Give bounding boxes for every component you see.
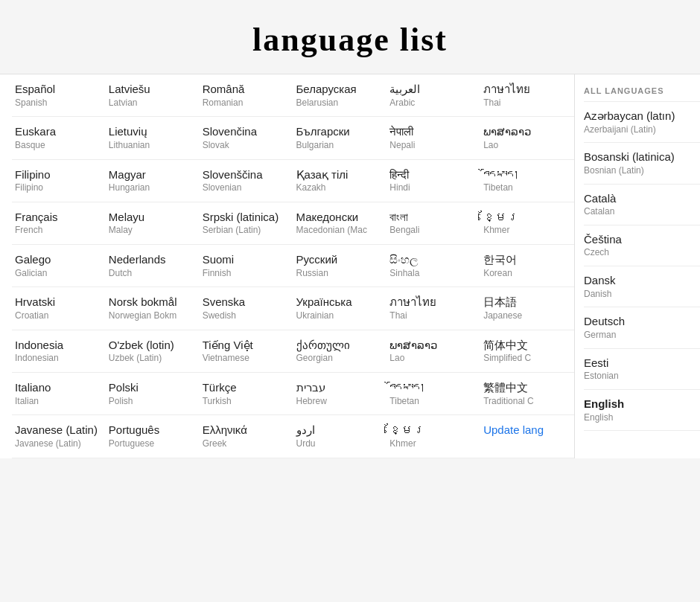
lang-english-name: Serbian (Latin) xyxy=(203,224,287,237)
lang-native-name: Български xyxy=(296,124,381,139)
lang-english-name: French xyxy=(15,224,100,237)
lang-english-name: Indonesian xyxy=(15,352,100,365)
lang-cell: SuomiFinnish xyxy=(200,245,293,287)
lang-native-name: Magyar xyxy=(109,167,194,182)
lang-native-name: Slovenčina xyxy=(203,124,287,139)
sidebar-lang-item[interactable]: DeutschGerman xyxy=(584,307,700,348)
lang-english-name: Russian xyxy=(296,267,381,280)
sidebar-lang-item[interactable]: ČeštinaCzech xyxy=(584,225,700,266)
lang-cell: ภาษาไทยThai xyxy=(386,287,480,330)
lang-english-name: Arabic xyxy=(389,97,474,109)
lang-cell: བོད་སྐད།Tibetan xyxy=(386,373,480,415)
sidebar-lang-name: Dansk xyxy=(584,273,700,288)
lang-cell[interactable]: Update lang xyxy=(480,415,574,458)
lang-cell: Srpski (latinica)Serbian (Latin) xyxy=(200,202,293,245)
lang-native-name: ภาษาไทย xyxy=(389,295,474,310)
lang-english-name: Japanese xyxy=(483,310,568,322)
lang-cell: TürkçeTurkish xyxy=(200,373,293,415)
lang-cell: اردوUrdu xyxy=(293,415,387,458)
lang-native-name: Français xyxy=(15,210,100,225)
sidebar-lang-sub: Catalan xyxy=(584,205,700,218)
lang-cell: LatviešuLatvian xyxy=(106,74,200,117)
lang-cell: ItalianoItalian xyxy=(12,373,106,415)
lang-cell: Қазақ тіліKazakh xyxy=(293,160,387,202)
lang-cell: SlovenčinaSlovak xyxy=(200,117,293,159)
lang-english-name: Greek xyxy=(203,438,287,450)
lang-native-name: Melayu xyxy=(109,210,194,225)
lang-cell: 繁體中文Traditional C xyxy=(480,373,574,415)
lang-native-name: ພາສາລາວ xyxy=(483,124,568,139)
lang-native-name: 日本語 xyxy=(483,295,568,310)
sidebar-header: ALL LANGUAGES xyxy=(584,80,700,102)
lang-native-name: Latviešu xyxy=(109,82,194,97)
lang-cell: IndonesiaIndonesian xyxy=(12,330,106,373)
lang-native-name: Polski xyxy=(109,380,194,395)
lang-english-name: Latvian xyxy=(109,97,194,109)
sidebar-lang-item[interactable]: CatalàCatalan xyxy=(584,185,700,225)
lang-english-name: Filipino xyxy=(15,182,100,194)
lang-native-name: Slovenščina xyxy=(203,167,287,182)
sidebar-lang-item[interactable]: Bosanski (latinica)Bosnian (Latin) xyxy=(584,143,700,184)
lang-native-name: Filipino xyxy=(15,167,100,182)
lang-native-name: Nederlands xyxy=(109,252,194,267)
page-title: language list xyxy=(0,0,700,74)
lang-native-name: Srpski (latinica) xyxy=(203,210,287,225)
lang-cell: PortuguêsPortuguese xyxy=(106,415,200,458)
sidebar-lang-sub: Bosnian (Latin) xyxy=(584,164,700,177)
lang-native-name[interactable]: Update lang xyxy=(483,423,568,438)
lang-native-name: Қазақ тілі xyxy=(296,167,381,182)
lang-english-name: Hindi xyxy=(389,182,474,194)
lang-english-name: Italian xyxy=(15,395,100,408)
lang-english-name: Thai xyxy=(389,310,474,322)
sidebar-lang-sub: Azerbaijani (Latin) xyxy=(584,124,700,136)
lang-english-name: Macedonian (Mac xyxy=(296,224,381,237)
lang-cell: සිංහලSinhala xyxy=(386,245,480,287)
lang-english-name: Tibetan xyxy=(483,182,568,194)
sidebar-lang-name: Azərbaycan (latın) xyxy=(584,109,700,124)
lang-cell: БългарскиBulgarian xyxy=(293,117,387,159)
lang-english-name: Vietnamese xyxy=(203,352,287,365)
sidebar-lang-item[interactable]: Azərbaycan (latın)Azerbaijani (Latin) xyxy=(584,102,700,143)
lang-english-name: Kazakh xyxy=(296,182,381,194)
lang-native-name: עברית xyxy=(296,380,381,395)
sidebar-lang-name: Català xyxy=(584,191,700,206)
lang-english-name: Bengali xyxy=(389,224,474,237)
sidebar-lang-name: Bosanski (latinica) xyxy=(584,150,700,164)
lang-cell: ພາສາລາວLao xyxy=(386,330,480,373)
lang-cell: 한국어Korean xyxy=(480,245,574,287)
lang-native-name: Македонски xyxy=(296,210,381,225)
lang-native-name: Norsk bokmål xyxy=(109,295,194,310)
lang-native-name: नेपाली xyxy=(389,124,474,139)
lang-cell: 简体中文Simplified C xyxy=(480,330,574,373)
lang-cell: العربيةArabic xyxy=(386,74,480,117)
lang-cell: GalegoGalician xyxy=(12,245,106,287)
language-grid: EspañolSpanishLatviešuLatvianRomânăRoman… xyxy=(0,74,575,458)
lang-cell: O'zbek (lotin)Uzbek (Latin) xyxy=(106,330,200,373)
lang-english-name: Georgian xyxy=(296,352,381,365)
lang-cell: MelayuMalay xyxy=(106,202,200,245)
lang-english-name: Simplified C xyxy=(483,352,568,365)
sidebar-lang-name: Čeština xyxy=(584,232,700,247)
lang-english-name: Lithuanian xyxy=(109,139,194,152)
lang-english-name: Korean xyxy=(483,267,568,280)
sidebar-lang-item[interactable]: DanskDanish xyxy=(584,266,700,307)
sidebar-lang-sub: English xyxy=(584,412,700,424)
lang-native-name: Lietuvių xyxy=(109,124,194,139)
lang-cell: FrançaisFrench xyxy=(12,202,106,245)
lang-native-name: Português xyxy=(109,423,194,438)
lang-cell: বাংলাBengali xyxy=(386,202,480,245)
sidebar-lang-item[interactable]: EnglishEnglish xyxy=(584,390,700,431)
sidebar-lang-item[interactable]: EestiEstonian xyxy=(584,349,700,390)
lang-cell: MagyarHungarian xyxy=(106,160,200,202)
lang-native-name: Ελληνικά xyxy=(203,423,287,438)
lang-cell: УкраїнськаUkrainian xyxy=(293,287,387,330)
lang-cell: FilipinoFilipino xyxy=(12,160,106,202)
lang-native-name: Tiếng Việt xyxy=(203,338,287,353)
lang-cell: Tiếng ViệtVietnamese xyxy=(200,330,293,373)
lang-cell: Javanese (Latin)Javanese (Latin) xyxy=(12,415,106,458)
lang-native-name: Türkçe xyxy=(203,380,287,395)
lang-english-name: Turkish xyxy=(203,395,287,408)
sidebar-lang-sub: Danish xyxy=(584,288,700,301)
sidebar: ALL LANGUAGES Azərbaycan (latın)Azerbaij… xyxy=(575,74,700,458)
lang-cell: ພາສາລາວLao xyxy=(480,117,574,159)
